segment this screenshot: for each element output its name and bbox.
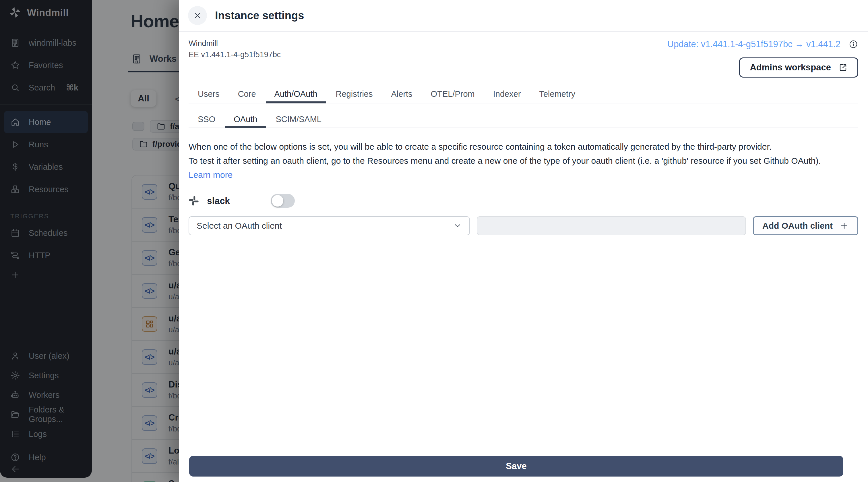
drawer-footer: Save bbox=[179, 456, 868, 482]
tab-otel-prom[interactable]: OTEL/Prom bbox=[422, 85, 484, 103]
slack-provider-label: slack bbox=[207, 196, 230, 206]
drawer-spacer bbox=[189, 235, 858, 456]
drawer-title: Instance settings bbox=[215, 9, 304, 22]
update-row: Update: v1.441.1-4-g51f5197bc → v1.441.2 bbox=[668, 39, 858, 49]
admins-workspace-button[interactable]: Admins workspace bbox=[739, 57, 858, 78]
description-line-1: When one of the below options is set, yo… bbox=[189, 140, 858, 154]
tab-users[interactable]: Users bbox=[189, 85, 229, 103]
auth-subtabs: SSO OAuth SCIM/SAML bbox=[189, 111, 858, 128]
tab-telemetry[interactable]: Telemetry bbox=[530, 85, 584, 103]
client-secret-input[interactable] bbox=[477, 216, 746, 235]
instance-meta-right: Update: v1.441.1-4-g51f5197bc → v1.441.2… bbox=[668, 39, 858, 78]
info-icon[interactable] bbox=[848, 39, 858, 49]
save-button[interactable]: Save bbox=[189, 456, 843, 477]
instance-version: EE v1.441.1-4-g51f5197bc bbox=[189, 50, 281, 59]
oauth-description: When one of the below options is set, yo… bbox=[189, 140, 858, 182]
admins-workspace-label: Admins workspace bbox=[750, 62, 831, 73]
tab-auth-oauth[interactable]: Auth/OAuth bbox=[265, 85, 327, 103]
tab-alerts[interactable]: Alerts bbox=[382, 85, 422, 103]
close-drawer-button[interactable] bbox=[188, 6, 207, 25]
instance-app-name: Windmill bbox=[189, 39, 281, 48]
toggle-knob bbox=[272, 195, 283, 206]
settings-tabs: Users Core Auth/OAuth Registries Alerts … bbox=[189, 85, 858, 104]
subtab-scim-saml[interactable]: SCIM/SAML bbox=[267, 111, 331, 127]
close-icon bbox=[193, 11, 202, 20]
subtab-sso[interactable]: SSO bbox=[189, 111, 224, 127]
oauth-client-select-value: Select an OAuth client bbox=[197, 221, 282, 231]
instance-version-block: Windmill EE v1.441.1-4-g51f5197bc bbox=[189, 39, 281, 59]
slack-icon bbox=[189, 196, 199, 206]
oauth-client-select[interactable]: Select an OAuth client bbox=[189, 216, 470, 235]
drawer-body: Windmill EE v1.441.1-4-g51f5197bc Update… bbox=[179, 32, 868, 456]
add-oauth-client-button[interactable]: Add OAuth client bbox=[753, 216, 858, 235]
tab-core[interactable]: Core bbox=[229, 85, 265, 103]
oauth-client-controls: Select an OAuth client Add OAuth client bbox=[189, 216, 858, 235]
instance-meta-row: Windmill EE v1.441.1-4-g51f5197bc Update… bbox=[189, 39, 858, 78]
drawer-header: Instance settings bbox=[179, 0, 868, 32]
slack-enabled-toggle[interactable] bbox=[271, 194, 295, 208]
slack-provider-row: slack bbox=[189, 194, 858, 208]
instance-settings-drawer: Instance settings Windmill EE v1.441.1-4… bbox=[179, 0, 868, 482]
external-link-icon bbox=[838, 63, 848, 72]
learn-more-link[interactable]: Learn more bbox=[189, 170, 232, 179]
chevron-down-icon bbox=[453, 222, 462, 230]
add-oauth-client-label: Add OAuth client bbox=[763, 221, 833, 231]
tab-indexer[interactable]: Indexer bbox=[484, 85, 530, 103]
subtab-oauth[interactable]: OAuth bbox=[224, 111, 267, 127]
plus-icon bbox=[840, 221, 849, 230]
update-version-link[interactable]: Update: v1.441.1-4-g51f5197bc → v1.441.2 bbox=[668, 39, 840, 49]
description-line-2: To test it after setting an oauth client… bbox=[189, 154, 858, 168]
tab-registries[interactable]: Registries bbox=[327, 85, 382, 103]
